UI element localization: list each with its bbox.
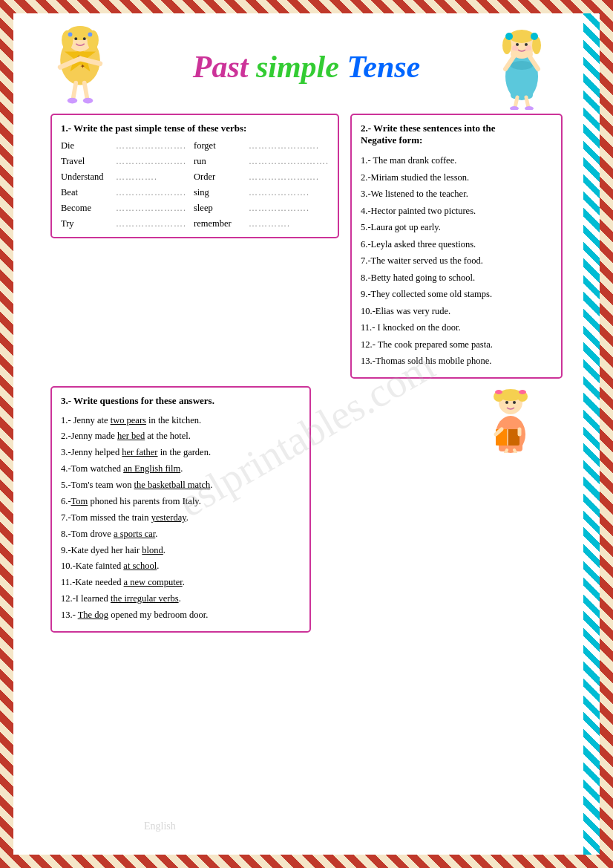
sentence-9: 9.-They collected some old stamps. (361, 286, 552, 303)
question-6: 6.-Tom phoned his parents from Italy. (61, 494, 301, 510)
svg-text:✦: ✦ (80, 63, 85, 70)
verb-grid: Die …………………. forget …………………. Travel …………… (61, 140, 329, 229)
svg-point-25 (505, 33, 513, 40)
verb-travel-dots: …………………. (116, 156, 186, 167)
top-row: 1.- Write the past simple tense of these… (50, 114, 563, 379)
svg-point-16 (68, 98, 77, 104)
question-11: 11.-Kate needed a new computer. (61, 575, 301, 591)
verb-order-dots: …………………. (249, 172, 319, 183)
question-8: 8.-Tom drove a sports car. (61, 526, 301, 543)
svg-rect-19 (511, 65, 533, 99)
right-border-checker (583, 13, 600, 855)
verb-row-5a: Become …………………. (61, 203, 186, 214)
svg-line-15 (85, 83, 88, 99)
svg-point-29 (512, 45, 518, 51)
question-7: 7.-Tom missed the train yesterday. (61, 510, 301, 526)
exercise-1-box: 1.- Write the past simple tense of these… (50, 114, 339, 238)
svg-point-50 (495, 390, 502, 394)
sentence-8: 8.-Betty hated going to school. (361, 270, 552, 287)
verb-sing: sing (194, 187, 246, 198)
svg-point-10 (74, 37, 77, 40)
verb-run: run (194, 156, 246, 167)
svg-line-54 (505, 450, 507, 453)
question-3: 3.-Jenny helped her father in the garden… (61, 445, 301, 461)
exercise-2-title: 2.- Write these sentences into theNegati… (361, 123, 552, 146)
verb-row-4a: Beat …………………. (61, 187, 186, 198)
exercise-3-box: 3.- Write questions for these answers. 1… (50, 386, 311, 633)
sentence-3: 3.-We listened to the teacher. (361, 186, 552, 203)
question-5: 5.-Tom's team won the basketball match. (61, 477, 301, 494)
question-9: 9.-Kate dyed her hair blond. (61, 543, 301, 559)
verb-order: Order (194, 172, 246, 183)
doll-left: ✦ ✦ (43, 25, 117, 110)
verb-sleep: sleep (194, 203, 246, 214)
svg-point-26 (531, 33, 538, 40)
page-title: Past simple Tense (193, 48, 420, 85)
page: ✦ ✦ (0, 0, 613, 868)
exercise-3-title: 3.- Write questions for these answers. (61, 395, 301, 407)
title-past: Past (193, 50, 256, 84)
verb-row-3a: Understand …………. (61, 172, 186, 183)
verb-try: Try (61, 218, 113, 229)
question-1: 1.- Jenny ate two pears in the kitchen. (61, 413, 301, 429)
verb-row-2a: Travel …………………. (61, 156, 186, 167)
verb-row-5b: sleep ………………. (194, 203, 329, 214)
verb-row-3b: Order …………………. (194, 172, 329, 183)
verb-sleep-dots: ………………. (249, 203, 309, 214)
title-tense: Tense (347, 50, 420, 84)
verb-become: Become (61, 203, 113, 214)
sentence-7: 7.-The waiter served us the food. (361, 252, 552, 270)
verb-row-2b: run ……………………. (194, 156, 329, 167)
sentence-6: 6.-Leyla asked three questions. (361, 236, 552, 253)
english-label: English (144, 820, 176, 832)
svg-line-55 (514, 450, 516, 453)
bottom-right-area (322, 386, 563, 460)
sentence-11: 11.- I knocked on the door. (361, 319, 552, 336)
sentence-13: 13.-Thomas sold his mobile phone. (361, 353, 552, 370)
question-12: 12.-I learned the irregular verbs. (61, 591, 301, 607)
exercise-1-title: 1.- Write the past simple tense of these… (61, 123, 329, 134)
exercise-2-box: 2.- Write these sentences into theNegati… (350, 114, 563, 379)
sentence-1: 1.- The man drank coffee. (361, 152, 552, 169)
verb-beat: Beat (61, 187, 113, 198)
title-simple: simple (256, 50, 339, 84)
svg-point-51 (519, 390, 526, 394)
svg-line-35 (515, 97, 517, 108)
content-area: 1.- Write the past simple tense of these… (28, 110, 585, 640)
question-10: 10.-Kate fainted at school. (61, 558, 301, 575)
verb-row-4b: sing ………………. (194, 187, 329, 198)
question-list: 1.- Jenny ate two pears in the kitchen. … (61, 413, 301, 624)
verb-row-6b: remember …………. (194, 218, 329, 229)
verb-row-1b: forget …………………. (194, 140, 329, 151)
verb-die: Die (61, 140, 113, 151)
verb-die-dots: …………………. (116, 140, 186, 151)
question-13: 13.- The dog opened my bedroom door. (61, 607, 301, 624)
inner-page: ✦ ✦ (13, 13, 600, 855)
verb-understand: Understand (61, 172, 113, 183)
bottom-row: 3.- Write questions for these answers. 1… (50, 386, 563, 633)
verb-become-dots: …………………. (116, 203, 186, 214)
verb-row-1a: Die …………………. (61, 140, 186, 151)
svg-line-14 (73, 83, 76, 99)
svg-point-53 (513, 401, 516, 404)
verb-row-6a: Try …………………. (61, 218, 186, 229)
doll-right (488, 25, 555, 110)
sentence-12: 12.- The cook prepared some pasta. (361, 336, 552, 353)
sentence-2: 2.-Miriam studied the lesson. (361, 169, 552, 186)
verb-beat-dots: …………………. (116, 187, 186, 198)
sentence-5: 5.-Laura got up early. (361, 219, 552, 236)
question-2: 2.-Jenny made her bed at the hotel. (61, 428, 301, 445)
svg-point-8 (68, 33, 73, 37)
verb-sing-dots: ………………. (249, 187, 309, 198)
question-4: 4.-Tom watched an English film. (61, 461, 301, 477)
svg-point-11 (83, 37, 86, 40)
sentence-10: 10.-Elias was very rude. (361, 303, 552, 320)
svg-point-34 (525, 50, 533, 58)
verb-travel: Travel (61, 156, 113, 167)
svg-point-17 (83, 98, 93, 104)
svg-point-52 (505, 401, 508, 404)
verb-understand-dots: …………. (116, 172, 157, 183)
svg-point-20 (511, 61, 533, 70)
verb-try-dots: …………………. (116, 218, 186, 229)
svg-line-36 (526, 97, 528, 108)
